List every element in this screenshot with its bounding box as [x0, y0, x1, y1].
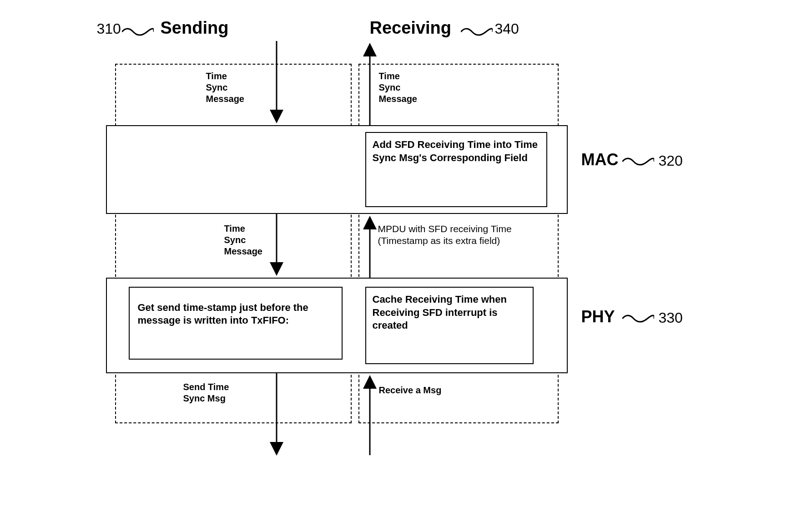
- time-sync-diagram: 310 Sending Receiving 340 Add SFD Receiv…: [88, 18, 725, 473]
- arrows-overlay: [88, 18, 725, 473]
